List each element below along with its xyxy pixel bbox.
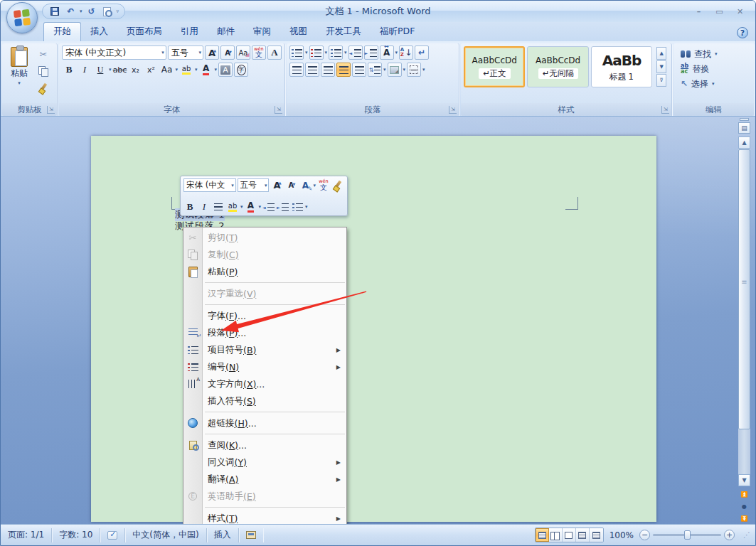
tab-developer[interactable]: 开发工具 [316,23,371,41]
menu-item-look-up[interactable]: 查阅K... [183,437,346,454]
resize-grip[interactable]: ⋰ [740,531,751,539]
print-layout-view-button[interactable] [536,528,549,542]
menu-item-copy[interactable]: 复制C [183,246,346,263]
cut-button[interactable] [36,47,50,61]
clipboard-dialog-launcher[interactable] [47,106,55,114]
mini-quick-styles-dropdown[interactable]: ▾ [313,183,316,188]
minimize-button[interactable]: – [689,6,708,18]
underline-dropdown[interactable]: ▾ [109,67,112,73]
strikethrough-button[interactable]: abc [113,63,127,77]
borders-button[interactable] [407,63,421,77]
character-border-button[interactable]: A [267,46,282,60]
numbering-dropdown[interactable]: ▾ [325,50,328,55]
decrease-indent-button[interactable] [348,46,363,60]
bullets-button[interactable] [289,46,304,60]
font-name-combo[interactable]: 宋体 (中文正文)▾ [62,46,166,60]
page-indicator[interactable]: 页面: 1/1 [1,528,52,542]
paste-dropdown[interactable]: ▾ [18,80,21,86]
paste-button[interactable]: 粘贴 ▾ [5,46,33,101]
zoom-track[interactable] [653,534,721,536]
mini-quick-styles-button[interactable]: A [299,179,312,192]
scrollbar-thumb[interactable] [738,149,750,429]
mini-center-button[interactable] [212,200,225,213]
shrink-font-button[interactable]: A [220,46,235,60]
asian-layout-button[interactable]: A [380,46,394,60]
pinyin-guide-button[interactable]: wén 文 [252,46,266,60]
italic-button[interactable]: I [78,63,92,77]
shading-button[interactable] [388,63,402,77]
word-count[interactable]: 字数: 10 [52,528,100,542]
highlight-button[interactable]: ab [179,63,193,77]
bold-button[interactable]: B [62,63,76,77]
menu-item-paragraph[interactable]: 段落P... [183,324,346,341]
menu-item-hyperlink[interactable]: 超链接H... [183,414,346,432]
highlight-dropdown[interactable]: ▾ [195,67,198,73]
select-browse-object-button[interactable]: ● [738,500,750,512]
zoom-in-button[interactable]: + [724,530,735,540]
draft-view-button[interactable] [590,528,603,542]
mini-highlight-button[interactable]: ab [226,200,239,213]
style-gallery-more[interactable]: ⊽ [656,74,666,87]
menu-item-english-assistant[interactable]: E 英语助手E [183,488,346,505]
grow-font-button[interactable]: A [205,46,219,60]
align-center-button[interactable] [305,63,319,77]
style-heading1[interactable]: AaBb 标题 1 [591,46,652,87]
menu-item-bullets[interactable]: 项目符号B ▶ [183,341,346,358]
sort-button[interactable]: AZ ↓ [399,46,413,60]
tab-home[interactable]: 开始 [43,22,81,41]
find-button[interactable]: 查找 ▾ [681,48,718,60]
mini-bullets-button[interactable] [291,200,304,213]
mini-font-size-combo[interactable]: 五号▾ [238,178,270,192]
underline-button[interactable]: U [93,63,107,77]
scrollbar-track[interactable] [738,149,750,474]
scroll-down-button[interactable]: ▼ [738,474,750,486]
style-scroll-down[interactable]: ▼ [656,60,666,73]
menu-item-translate[interactable]: 翻译A ▶ [183,471,346,488]
ruler-toggle-button[interactable]: ▤ [738,122,750,134]
tab-review[interactable]: 审阅 [244,23,280,41]
menu-item-font[interactable]: 字体F... [183,307,346,324]
styles-dialog-launcher[interactable] [661,106,669,114]
select-dropdown[interactable]: ▾ [712,81,715,87]
maximize-button[interactable]: ▭ [710,6,729,18]
web-layout-view-button[interactable] [563,528,576,542]
previous-page-button[interactable]: ⏫ [738,488,750,500]
tab-references[interactable]: 引用 [171,23,208,41]
line-spacing-button[interactable]: ⇅ [368,63,382,77]
numbering-button[interactable] [309,46,324,60]
tab-foxit-pdf[interactable]: 福昕PDF [371,23,424,41]
help-button[interactable]: ? [737,27,748,38]
menu-item-insert-symbol[interactable]: 插入符号S [183,392,346,410]
style-no-spacing[interactable]: AaBbCcDd ↵无间隔 [527,46,588,87]
mini-font-color-dropdown[interactable]: ▾ [259,204,262,210]
mini-shrink-font-button[interactable]: A [284,179,297,192]
menu-item-cut[interactable]: 剪切T [183,229,346,246]
multilevel-list-dropdown[interactable]: ▾ [344,50,347,55]
mini-highlight-dropdown[interactable]: ▾ [240,204,243,210]
mini-font-color-button[interactable]: A [245,200,257,213]
full-screen-reading-view-button[interactable] [549,528,563,542]
mini-bullets-dropdown[interactable]: ▾ [305,204,308,210]
mini-italic-button[interactable]: I [198,200,211,213]
select-button[interactable]: 选择 ▾ [681,77,718,90]
tab-view[interactable]: 视图 [280,23,316,41]
clear-formatting-button[interactable]: Aa [236,46,250,60]
style-normal[interactable]: AaBbCcDd ↵正文 [464,46,525,87]
mini-pinyin-button[interactable]: wén 文 [317,179,330,192]
macro-record-button[interactable] [239,528,263,542]
scroll-up-button[interactable]: ▲ [738,136,750,149]
change-case-button[interactable]: Aa [160,63,174,77]
office-button[interactable] [6,2,38,33]
menu-item-paste[interactable]: 粘贴P [183,263,346,280]
menu-item-text-direction[interactable]: 文字方向X... [183,375,346,392]
copy-button[interactable] [36,64,50,78]
mini-increase-indent-button[interactable] [277,200,289,213]
asian-layout-dropdown[interactable]: ▾ [395,50,398,55]
distribute-button[interactable] [352,63,366,77]
menu-item-synonyms[interactable]: 同义词Y ▶ [183,454,346,471]
proofing-status[interactable] [100,528,125,542]
mini-format-painter-button[interactable] [331,179,344,192]
font-color-dropdown[interactable]: ▾ [215,67,218,73]
style-scroll-up[interactable]: ▲ [656,47,666,60]
justify-button[interactable] [336,63,351,77]
